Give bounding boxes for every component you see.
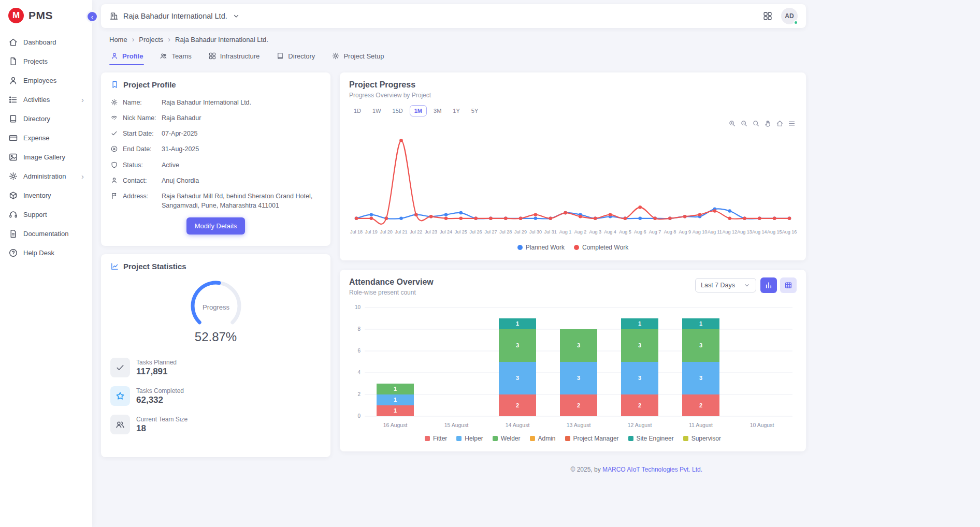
table-view-button[interactable] [780, 277, 797, 293]
legend-label: Admin [538, 435, 556, 442]
svg-text:3: 3 [516, 342, 519, 348]
chevron-down-icon [232, 12, 240, 20]
sidebar-item-expense[interactable]: Expense [0, 128, 92, 148]
topbar: Raja Bahadur International Ltd. AD [101, 4, 806, 28]
range-button-1m[interactable]: 1M [410, 105, 427, 116]
date-range-select[interactable]: Last 7 Days [695, 278, 756, 292]
tab-profile[interactable]: Profile [109, 48, 144, 65]
svg-text:1: 1 [394, 386, 397, 392]
stat-tasks-planned: Tasks Planned117,891 [110, 358, 321, 377]
svg-text:1: 1 [699, 320, 702, 327]
range-buttons: 1D1W15D1M3M1Y5Y [349, 105, 797, 116]
svg-text:12 August: 12 August [628, 422, 652, 428]
field-value: Raja Bahadur Mill Rd, behind Sheraton Gr… [162, 192, 321, 210]
pan-icon-button[interactable] [764, 120, 772, 129]
stat-label: Tasks Planned [136, 359, 177, 366]
tab-directory[interactable]: Directory [275, 48, 316, 65]
svg-text:13 August: 13 August [567, 422, 591, 428]
range-button-3m[interactable]: 3M [429, 105, 446, 116]
attendance-bar-chart[interactable]: 024681011116 August15 August233114 Augus… [349, 300, 797, 432]
online-status-dot [794, 20, 798, 25]
svg-text:3: 3 [699, 375, 702, 381]
breadcrumb-item-projects[interactable]: Projects [139, 36, 163, 43]
breadcrumb-item-home[interactable]: Home [109, 36, 127, 43]
project-progress-card: Project Progress Progress Overview by Pr… [340, 72, 806, 260]
svg-text:Aug 13: Aug 13 [737, 229, 752, 235]
helpdesk-icon [8, 248, 18, 258]
tab-teams[interactable]: Teams [158, 48, 192, 65]
legend-item-site-engineer[interactable]: Site Engineer [628, 435, 674, 442]
svg-text:2: 2 [638, 402, 641, 408]
svg-text:Aug 12: Aug 12 [722, 229, 737, 235]
tab-bar: ProfileTeamsInfrastructureDirectoryProje… [109, 48, 806, 65]
bar-view-button[interactable] [760, 277, 777, 293]
sidebar-item-inventory[interactable]: Inventory [0, 186, 92, 205]
legend-item-supervisor[interactable]: Supervisor [683, 435, 721, 442]
gear-icon [110, 98, 118, 106]
sidebar-item-support[interactable]: Support [0, 205, 92, 224]
teams-icon [160, 52, 168, 60]
tab-project-setup[interactable]: Project Setup [330, 48, 385, 65]
range-button-1w[interactable]: 1W [368, 105, 386, 116]
sidebar-item-help-desk[interactable]: Help Desk [0, 243, 92, 262]
sidebar-item-activities[interactable]: Activities› [0, 90, 92, 109]
tab-label: Infrastructure [220, 52, 260, 60]
company-link[interactable]: MARCO AIoT Technologies Pvt. Ltd. [602, 466, 702, 473]
svg-text:11 August: 11 August [689, 422, 713, 428]
selection-zoom-icon-button[interactable] [752, 120, 760, 129]
sidebar-item-projects[interactable]: Projects [0, 52, 92, 71]
company-selector[interactable]: Raja Bahadur International Ltd. [109, 11, 240, 21]
line-chart-zone: Jul 18Jul 19Jul 20Jul 21Jul 22Jul 23Jul … [349, 119, 797, 251]
selection-zoom-icon [752, 120, 760, 127]
range-button-15d[interactable]: 15D [388, 105, 408, 116]
legend-item-helper[interactable]: Helper [456, 435, 483, 442]
sidebar-collapse-button[interactable]: ‹ [86, 10, 98, 23]
svg-text:16 August: 16 August [383, 422, 408, 428]
zoom-out-icon-button[interactable] [740, 120, 748, 129]
svg-text:Jul 27: Jul 27 [484, 229, 497, 235]
menu-icon-button[interactable] [788, 120, 796, 129]
legend-marker [425, 436, 430, 441]
legend-item-project-manager[interactable]: Project Manager [565, 435, 619, 442]
legend-label: Welder [501, 435, 521, 442]
footer: © 2025, by MARCO AIoT Technologies Pvt. … [340, 461, 806, 480]
documentation-icon [8, 229, 18, 239]
svg-text:Aug 16: Aug 16 [782, 229, 797, 235]
stat-value: 18 [136, 423, 188, 434]
user-avatar[interactable]: AD [781, 8, 798, 24]
home-icon-button[interactable] [776, 120, 784, 129]
sidebar-item-documentation[interactable]: Documentation [0, 224, 92, 243]
profile-field-start-date: Start Date:07-Apr-2025 [110, 129, 321, 138]
svg-text:Aug 8: Aug 8 [664, 229, 676, 235]
zoom-in-icon-button[interactable] [728, 120, 736, 129]
modify-details-button[interactable]: Modify Details [186, 217, 246, 235]
brand[interactable]: M PMS [0, 0, 92, 30]
legend-item-welder[interactable]: Welder [493, 435, 521, 442]
tab-infrastructure[interactable]: Infrastructure [207, 48, 261, 65]
range-button-5y[interactable]: 5Y [467, 105, 483, 116]
sidebar-item-administration[interactable]: Administration› [0, 167, 92, 186]
legend-item-fitter[interactable]: Fitter [425, 435, 447, 442]
svg-text:1: 1 [638, 320, 641, 327]
breadcrumb-item-raja-bahadur-international-ltd: Raja Bahadur International Ltd. [175, 36, 268, 43]
support-icon [8, 210, 18, 219]
legend-item-admin[interactable]: Admin [530, 435, 556, 442]
tab-label: Directory [288, 52, 315, 60]
sidebar-item-directory[interactable]: Directory [0, 109, 92, 128]
apps-grid-button[interactable] [762, 11, 773, 21]
legend-item-planned-work[interactable]: Planned Work [517, 244, 565, 251]
sidebar-item-image-gallery[interactable]: Image Gallery [0, 148, 92, 167]
administration-icon [8, 171, 18, 181]
gallery-icon [8, 152, 18, 162]
stat-value: 62,332 [136, 395, 184, 405]
svg-text:Aug 14: Aug 14 [752, 229, 767, 235]
progress-line-chart[interactable]: Jul 18Jul 19Jul 20Jul 21Jul 22Jul 23Jul … [349, 119, 797, 241]
range-button-1d[interactable]: 1D [349, 105, 366, 116]
sidebar-item-employees[interactable]: Employees [0, 71, 92, 90]
breadcrumb-separator: › [132, 35, 135, 43]
range-button-1y[interactable]: 1Y [448, 105, 464, 116]
legend-item-completed-work[interactable]: Completed Work [574, 244, 628, 251]
sidebar-item-dashboard[interactable]: Dashboard [0, 33, 92, 52]
chevron-right-icon: › [81, 96, 84, 104]
svg-text:10 August: 10 August [750, 422, 774, 428]
